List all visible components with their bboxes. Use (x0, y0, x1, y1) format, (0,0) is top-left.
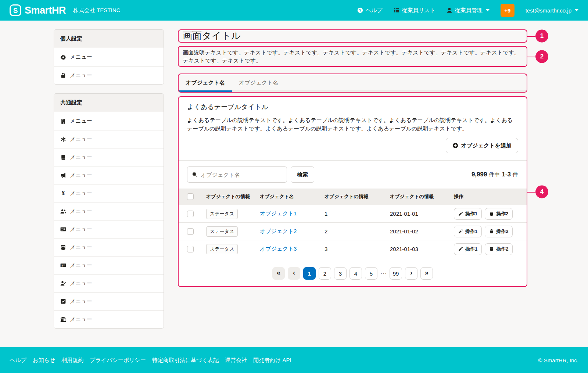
sidebar-item-menu[interactable]: ¥ メニュー (54, 184, 164, 202)
annotation-marker-4: 4 (535, 185, 548, 198)
caret-down-icon (486, 9, 490, 11)
footer-link-help[interactable]: ヘルプ (10, 357, 26, 364)
sidebar-item-menu[interactable]: メニュー (54, 292, 164, 310)
nav-employee-admin[interactable]: 従業員管理 (447, 7, 490, 14)
object-link[interactable]: オブジェクト1 (260, 210, 325, 217)
notification-badge[interactable]: +9 (501, 4, 514, 17)
user-icon (447, 7, 452, 13)
nav-help[interactable]: ? ヘルプ (357, 7, 383, 14)
sidebar-item-menu[interactable]: $ メニュー (54, 256, 164, 274)
status-badge: ステータス (206, 209, 238, 219)
megaphone-icon (60, 172, 66, 178)
action2-button[interactable]: 操作2 (485, 243, 513, 255)
pagination-prev[interactable]: ‹ (288, 267, 300, 280)
action2-button[interactable]: 操作2 (485, 226, 513, 237)
add-object-button[interactable]: オブジェクトを追加 (446, 138, 518, 153)
sidebar-section-common: 共通設定 メニュー メニュー メニュー メニュー (54, 93, 164, 329)
object-info: 3 (325, 246, 390, 252)
pagination-page-3[interactable]: 3 (334, 267, 347, 280)
svg-text:?: ? (359, 8, 361, 12)
column-header: オブジェクトの情報 (390, 193, 454, 200)
footer-link-commerce-law[interactable]: 特定商取引法に基づく表記 (152, 357, 219, 364)
sidebar-item-menu[interactable]: メニュー (54, 148, 164, 166)
tab-bar: オブジェクト名 オブジェクト名 (179, 74, 527, 92)
yen-icon: ¥ (60, 190, 66, 197)
gear-icon (60, 54, 66, 60)
id-card-icon (60, 226, 66, 232)
users-icon (60, 208, 66, 214)
sidebar-item-menu[interactable]: メニュー (54, 112, 164, 130)
object-date: 2021-01-03 (390, 246, 454, 252)
smarthr-logo[interactable]: S SmartHR (10, 4, 66, 16)
action1-button[interactable]: 操作1 (454, 208, 482, 220)
pencil-icon (458, 247, 463, 251)
pagination-last[interactable]: » (420, 267, 433, 280)
column-header: オブジェクト名 (260, 193, 325, 200)
copyright: © SmartHR, Inc. (538, 357, 578, 363)
nav-employee-list[interactable]: 従業員リスト (394, 7, 435, 14)
account-menu[interactable]: test@smarthr.co.jp (526, 7, 578, 14)
sidebar-item-menu[interactable]: メニュー (54, 202, 164, 220)
select-all-checkbox[interactable] (187, 193, 194, 200)
panel-description: よくあるテーブルの説明テキストです。よくあるテーブルの説明テキストです。よくある… (187, 116, 518, 133)
status-badge: ステータス (206, 244, 238, 254)
tab-object-2[interactable]: オブジェクト名 (232, 74, 285, 92)
footer-link-terms[interactable]: 利用規約 (61, 357, 83, 364)
action2-button[interactable]: 操作2 (485, 208, 513, 220)
pagination-next[interactable]: › (405, 267, 417, 280)
search-icon (192, 172, 198, 177)
table-row: ステータス オブジェクト1 1 2021-01-01 操作1 操作2 (179, 205, 527, 222)
sidebar-item-menu[interactable]: メニュー (54, 220, 164, 238)
result-count: 9,999件中 1-3件 (472, 171, 518, 178)
sidebar-item-menu[interactable]: メニュー (54, 274, 164, 292)
sidebar-item-menu[interactable]: メニュー (54, 166, 164, 184)
book-icon (60, 154, 66, 160)
sidebar-item-menu[interactable]: メニュー (54, 238, 164, 256)
sidebar-item-menu[interactable]: メニュー (54, 48, 164, 66)
action1-button[interactable]: 操作1 (454, 226, 482, 237)
pagination-page-4[interactable]: 4 (349, 267, 362, 280)
bank-icon (60, 316, 66, 322)
search-input[interactable] (201, 172, 282, 178)
pagination-ellipsis: ⋯ (380, 267, 387, 280)
object-link[interactable]: オブジェクト2 (260, 228, 325, 235)
pagination-page-99[interactable]: 99 (390, 267, 402, 280)
action1-button[interactable]: 操作1 (454, 243, 482, 255)
sidebar-item-menu[interactable]: メニュー (54, 130, 164, 148)
pagination-page-1[interactable]: 1 (303, 267, 316, 280)
search-field (187, 166, 287, 183)
pagination-page-2[interactable]: 2 (319, 267, 331, 280)
pagination-first[interactable]: « (272, 267, 285, 280)
page-description-block: 画面説明テキストです。テキストです。テキストです。テキストです。テキストです。テ… (178, 46, 527, 67)
search-button[interactable]: 検索 (291, 166, 314, 183)
trash-icon (489, 229, 494, 234)
row-checkbox[interactable] (187, 211, 194, 217)
row-checkbox[interactable] (187, 246, 194, 252)
pencil-icon (458, 211, 463, 216)
footer-link-privacy[interactable]: プライバシーポリシー (90, 357, 146, 364)
footer-link-company[interactable]: 運営会社 (225, 357, 247, 364)
database-icon (60, 244, 66, 250)
plus-circle-icon (452, 143, 458, 148)
sidebar-item-menu[interactable]: メニュー (54, 66, 164, 84)
footer-link-developer-api[interactable]: 開発者向け API (253, 357, 291, 364)
object-info: 2 (325, 228, 390, 234)
row-checkbox[interactable] (187, 228, 194, 235)
page-description: 画面説明テキストです。テキストです。テキストです。テキストです。テキストです。テ… (183, 49, 520, 64)
footer-link-news[interactable]: お知らせ (33, 357, 55, 364)
table-row: ステータス オブジェクト3 3 2021-01-03 操作1 操作2 (179, 240, 527, 258)
footer-links: ヘルプ お知らせ 利用規約 プライバシーポリシー 特定商取引法に基づく表記 運営… (10, 357, 291, 364)
object-date: 2021-01-02 (390, 228, 454, 234)
tab-object-1[interactable]: オブジェクト名 (179, 74, 232, 92)
column-header: オブジェクトの情報 (206, 193, 260, 200)
company-name: 株式会社 TESTINC (73, 7, 120, 14)
sidebar-item-menu[interactable]: メニュー (54, 310, 164, 328)
pagination-page-5[interactable]: 5 (365, 267, 377, 280)
object-info: 1 (325, 211, 390, 217)
sidebar-section-title: 個人設定 (54, 30, 164, 48)
brand-name: SmartHR (25, 5, 66, 16)
user-check-icon (60, 280, 66, 286)
object-link[interactable]: オブジェクト3 (260, 245, 325, 252)
status-badge: ステータス (206, 226, 238, 237)
annotation-marker-1: 1 (535, 29, 548, 42)
